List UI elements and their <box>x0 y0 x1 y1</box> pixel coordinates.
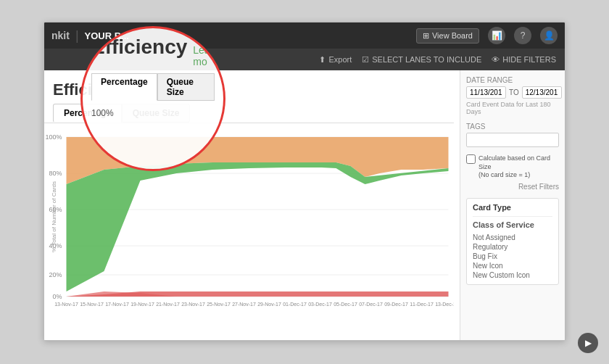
svg-text:80%: 80% <box>49 170 62 177</box>
play-button[interactable]: ▶ <box>578 333 598 353</box>
filter-item-bug-fix[interactable]: Bug Fix <box>473 252 552 261</box>
card-event-hint: Card Event Data for Last 180 Days <box>466 101 559 115</box>
svg-text:% Total of Number of Cards: % Total of Number of Cards <box>51 181 57 252</box>
filter-item-new-icon[interactable]: New Icon <box>473 261 552 270</box>
date-range-row: TO <box>466 86 559 99</box>
date-from-input[interactable] <box>466 86 506 99</box>
calculate-text: Calculate based on Card Size (No card si… <box>478 154 559 180</box>
nav-separator: | <box>75 28 79 44</box>
svg-text:01-Dec-17: 01-Dec-17 <box>283 302 307 307</box>
export-icon: ⬆ <box>319 55 326 65</box>
screenshot-background: nkit | YOUR B... ⊞ View Board 📊 ? 👤 ⬆ Ex… <box>0 0 609 364</box>
svg-text:07-Dec-17: 07-Dec-17 <box>359 302 383 307</box>
card-type-label: Card Type <box>473 203 552 212</box>
chart-svg-container: 100% 80% 60% 40% 20% 0% <box>44 126 454 315</box>
export-button[interactable]: ⬆ Export <box>319 55 352 65</box>
calculate-section: Calculate based on Card Size (No card si… <box>466 154 559 191</box>
svg-text:25-Nov-17: 25-Nov-17 <box>207 302 231 307</box>
hide-filters-icon: 👁 <box>492 55 500 64</box>
svg-text:23-Nov-17: 23-Nov-17 <box>181 302 205 307</box>
calculate-checkbox[interactable] <box>466 154 476 164</box>
zoom-percent-label: 100% <box>91 108 114 118</box>
date-range-label: DATE RANGE <box>466 76 559 84</box>
calculate-checkbox-row: Calculate based on Card Size (No card si… <box>466 154 559 180</box>
hide-filters-button[interactable]: 👁 HIDE FILTERS <box>492 55 556 64</box>
zoom-tab-queue-size[interactable]: Queue Size <box>157 73 215 101</box>
filter-box: Card Type Class of Service Not Assigned … <box>466 198 559 285</box>
reset-filters-button[interactable]: Reset Filters <box>466 183 559 191</box>
zoom-overlay: Efficiency Learn mo Percentage Queue Siz… <box>80 26 225 171</box>
date-to-label: TO <box>509 88 519 96</box>
tags-label: TAGS <box>466 123 559 131</box>
svg-text:29-Nov-17: 29-Nov-17 <box>257 302 281 307</box>
svg-text:100%: 100% <box>45 133 62 141</box>
svg-text:13-Nov-17: 13-Nov-17 <box>54 302 78 307</box>
svg-text:11-Dec-17: 11-Dec-17 <box>410 302 434 307</box>
svg-text:15-Nov-17: 15-Nov-17 <box>80 302 104 307</box>
view-board-button[interactable]: ⊞ View Board <box>416 28 479 44</box>
svg-text:13-Dec-17: 13-Dec-17 <box>435 302 454 307</box>
svg-text:21-Nov-17: 21-Nov-17 <box>156 302 180 307</box>
svg-text:19-Nov-17: 19-Nov-17 <box>130 302 154 307</box>
app-window: nkit | YOUR B... ⊞ View Board 📊 ? 👤 ⬆ Ex… <box>44 22 566 341</box>
tags-section: TAGS <box>466 123 559 147</box>
zoom-tabs: Percentage Queue Size <box>91 73 215 101</box>
filter-item-new-custom-icon[interactable]: New Custom Icon <box>473 270 552 280</box>
filter-item-not-assigned[interactable]: Not Assigned <box>473 233 552 242</box>
select-lanes-icon: ☑ <box>362 55 369 65</box>
select-lanes-button[interactable]: ☑ SELECT LANES TO INCLUDE <box>362 55 481 65</box>
filter-item-regulatory[interactable]: Regulatory <box>473 242 552 252</box>
view-board-icon: ⊞ <box>423 31 429 41</box>
sidebar: DATE RANGE TO Card Event Data for Last 1… <box>460 70 565 341</box>
help-icon-button[interactable]: ? <box>514 27 531 44</box>
svg-text:09-Dec-17: 09-Dec-17 <box>384 302 408 307</box>
nav-right: ⊞ View Board 📊 ? 👤 <box>416 27 558 44</box>
zoom-tab-percentage[interactable]: Percentage <box>91 73 157 101</box>
user-avatar-button[interactable]: 👤 <box>540 27 558 44</box>
svg-text:20%: 20% <box>49 271 62 278</box>
date-range-section: DATE RANGE TO Card Event Data for Last 1… <box>466 76 559 115</box>
play-icon: ▶ <box>585 338 592 348</box>
app-logo: nkit <box>51 30 70 41</box>
svg-marker-13 <box>67 162 449 291</box>
chart-icon-button[interactable]: 📊 <box>488 27 505 44</box>
svg-text:05-Dec-17: 05-Dec-17 <box>334 302 357 307</box>
svg-text:0%: 0% <box>52 293 62 300</box>
svg-text:03-Dec-17: 03-Dec-17 <box>308 302 332 307</box>
class-of-service-label: Class of Service <box>473 216 552 229</box>
date-to-input[interactable] <box>522 86 562 99</box>
svg-text:17-Nov-17: 17-Nov-17 <box>105 302 129 307</box>
svg-text:27-Nov-17: 27-Nov-17 <box>232 302 256 307</box>
tags-input[interactable] <box>466 133 559 147</box>
